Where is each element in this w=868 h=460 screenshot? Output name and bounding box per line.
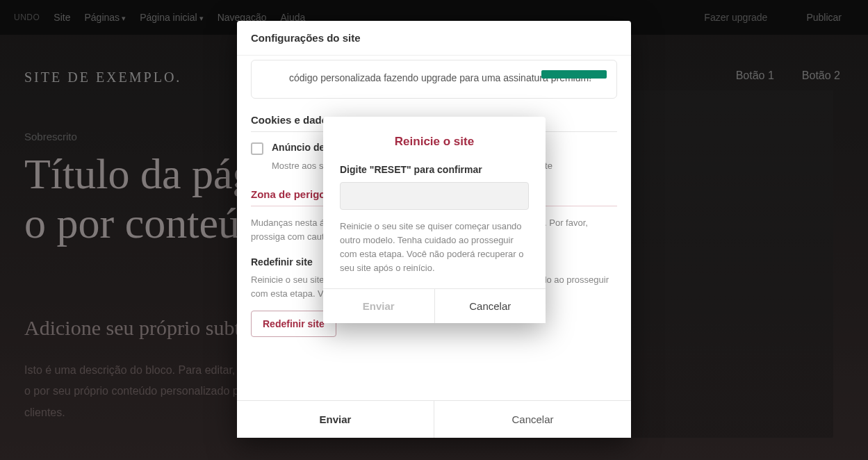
- confirm-input-label: Digite "RESET" para confirmar: [340, 164, 529, 175]
- confirm-footer: Enviar Cancelar: [323, 288, 546, 323]
- settings-cancel-button[interactable]: Cancelar: [434, 401, 631, 438]
- modal-title: Configurações do site: [237, 21, 631, 56]
- modal-footer: Enviar Cancelar: [237, 400, 631, 438]
- confirm-body: Reinicie o site Digite "RESET" para conf…: [323, 117, 546, 288]
- confirm-submit-button[interactable]: Enviar: [323, 289, 434, 323]
- confirm-description: Reinicie o seu site se quiser começar us…: [340, 220, 529, 276]
- reset-confirm-dialog: Reinicie o site Digite "RESET" para conf…: [323, 117, 546, 323]
- cookie-notice-checkbox[interactable]: [251, 142, 263, 155]
- reset-confirm-input[interactable]: [340, 182, 529, 210]
- settings-submit-button[interactable]: Enviar: [237, 401, 434, 438]
- confirm-title: Reinicie o site: [340, 135, 529, 149]
- promo-upgrade-button[interactable]: [541, 70, 607, 79]
- confirm-cancel-button[interactable]: Cancelar: [434, 289, 546, 323]
- upgrade-promo-box: código personalizada fazendo upgrade par…: [251, 60, 617, 99]
